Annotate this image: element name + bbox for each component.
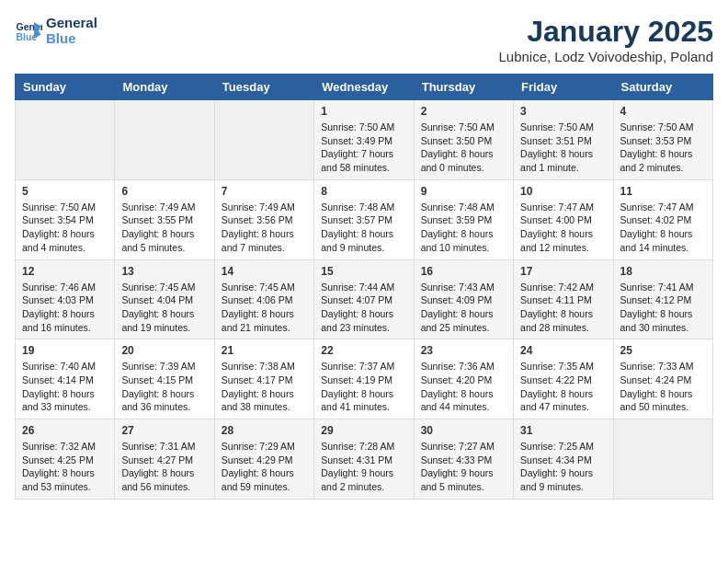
calendar-cell: 6Sunrise: 7:49 AM Sunset: 3:55 PM Daylig… [115,179,214,259]
weekday-header-saturday: Saturday [613,75,712,100]
day-number: 27 [121,424,207,437]
calendar-cell: 22Sunrise: 7:37 AM Sunset: 4:19 PM Dayli… [314,339,414,419]
day-number: 25 [620,344,706,357]
calendar-cell: 30Sunrise: 7:27 AM Sunset: 4:33 PM Dayli… [414,419,513,500]
day-number: 20 [121,344,207,357]
day-number: 7 [222,185,307,198]
weekday-header-thursday: Thursday [414,75,513,100]
day-info: Sunrise: 7:31 AM Sunset: 4:27 PM Dayligh… [121,440,207,494]
title-area: January 2025 Lubnice, Lodz Voivodeship, … [498,15,713,64]
day-info: Sunrise: 7:33 AM Sunset: 4:24 PM Dayligh… [620,360,706,414]
day-number: 17 [520,265,606,278]
day-number: 8 [321,185,406,198]
day-info: Sunrise: 7:50 AM Sunset: 3:51 PM Dayligh… [520,121,606,175]
day-number: 22 [321,344,406,357]
calendar-week-3: 12Sunrise: 7:46 AM Sunset: 4:03 PM Dayli… [16,259,713,339]
day-number: 19 [22,344,108,357]
page-header: General Blue General Blue January 2025 L… [15,15,713,64]
calendar-cell: 19Sunrise: 7:40 AM Sunset: 4:14 PM Dayli… [16,339,115,419]
day-info: Sunrise: 7:25 AM Sunset: 4:34 PM Dayligh… [520,440,606,494]
calendar-cell: 9Sunrise: 7:48 AM Sunset: 3:59 PM Daylig… [414,179,513,259]
calendar-cell: 21Sunrise: 7:38 AM Sunset: 4:17 PM Dayli… [214,339,313,419]
weekday-header-friday: Friday [514,75,613,100]
weekday-header-wednesday: Wednesday [314,75,414,100]
day-number: 12 [22,265,108,278]
calendar-cell: 4Sunrise: 7:50 AM Sunset: 3:53 PM Daylig… [613,100,712,180]
calendar-cell: 12Sunrise: 7:46 AM Sunset: 4:03 PM Dayli… [16,259,115,339]
calendar-table: SundayMondayTuesdayWednesdayThursdayFrid… [15,74,713,500]
day-info: Sunrise: 7:48 AM Sunset: 3:59 PM Dayligh… [421,201,506,255]
calendar-cell [16,100,115,180]
weekday-header-sunday: Sunday [16,75,115,100]
calendar-cell: 5Sunrise: 7:50 AM Sunset: 3:54 PM Daylig… [16,179,115,259]
day-info: Sunrise: 7:50 AM Sunset: 3:54 PM Dayligh… [22,201,108,255]
day-info: Sunrise: 7:42 AM Sunset: 4:11 PM Dayligh… [520,281,606,335]
day-number: 5 [22,185,108,198]
calendar-cell: 14Sunrise: 7:45 AM Sunset: 4:06 PM Dayli… [214,259,313,339]
calendar-cell: 29Sunrise: 7:28 AM Sunset: 4:31 PM Dayli… [314,419,414,500]
calendar-subtitle: Lubnice, Lodz Voivodeship, Poland [498,49,713,64]
day-info: Sunrise: 7:43 AM Sunset: 4:09 PM Dayligh… [421,281,506,335]
calendar-cell: 2Sunrise: 7:50 AM Sunset: 3:50 PM Daylig… [414,100,513,180]
day-info: Sunrise: 7:36 AM Sunset: 4:20 PM Dayligh… [421,360,506,414]
day-number: 4 [620,105,706,118]
calendar-week-1: 1Sunrise: 7:50 AM Sunset: 3:49 PM Daylig… [16,100,713,180]
logo-blue: Blue [46,30,97,46]
day-number: 13 [121,265,207,278]
day-info: Sunrise: 7:32 AM Sunset: 4:25 PM Dayligh… [22,440,108,494]
day-number: 24 [520,344,606,357]
day-number: 9 [421,185,506,198]
calendar-week-2: 5Sunrise: 7:50 AM Sunset: 3:54 PM Daylig… [16,179,713,259]
calendar-cell [115,100,214,180]
calendar-cell: 15Sunrise: 7:44 AM Sunset: 4:07 PM Dayli… [314,259,414,339]
day-info: Sunrise: 7:48 AM Sunset: 3:57 PM Dayligh… [321,201,406,255]
day-number: 6 [121,185,207,198]
calendar-cell: 17Sunrise: 7:42 AM Sunset: 4:11 PM Dayli… [514,259,613,339]
calendar-cell: 31Sunrise: 7:25 AM Sunset: 4:34 PM Dayli… [514,419,613,500]
calendar-cell: 10Sunrise: 7:47 AM Sunset: 4:00 PM Dayli… [514,179,613,259]
day-info: Sunrise: 7:50 AM Sunset: 3:50 PM Dayligh… [421,121,506,175]
day-info: Sunrise: 7:35 AM Sunset: 4:22 PM Dayligh… [520,360,606,414]
day-info: Sunrise: 7:44 AM Sunset: 4:07 PM Dayligh… [321,281,406,335]
day-number: 3 [520,105,606,118]
weekday-header-monday: Monday [115,75,214,100]
day-info: Sunrise: 7:40 AM Sunset: 4:14 PM Dayligh… [22,360,108,414]
calendar-title: January 2025 [498,15,713,49]
day-info: Sunrise: 7:27 AM Sunset: 4:33 PM Dayligh… [421,440,506,494]
day-info: Sunrise: 7:39 AM Sunset: 4:15 PM Dayligh… [121,360,207,414]
day-info: Sunrise: 7:49 AM Sunset: 3:55 PM Dayligh… [121,201,207,255]
day-info: Sunrise: 7:41 AM Sunset: 4:12 PM Dayligh… [620,281,706,335]
logo: General Blue General Blue [15,15,97,46]
day-number: 16 [421,265,506,278]
calendar-cell: 1Sunrise: 7:50 AM Sunset: 3:49 PM Daylig… [314,100,414,180]
day-info: Sunrise: 7:45 AM Sunset: 4:04 PM Dayligh… [121,281,207,335]
day-number: 11 [620,185,706,198]
day-info: Sunrise: 7:46 AM Sunset: 4:03 PM Dayligh… [22,281,108,335]
day-number: 1 [321,105,406,118]
day-info: Sunrise: 7:47 AM Sunset: 4:02 PM Dayligh… [620,201,706,255]
calendar-cell: 13Sunrise: 7:45 AM Sunset: 4:04 PM Dayli… [115,259,214,339]
day-info: Sunrise: 7:28 AM Sunset: 4:31 PM Dayligh… [321,440,406,494]
day-info: Sunrise: 7:47 AM Sunset: 4:00 PM Dayligh… [520,201,606,255]
weekday-header-tuesday: Tuesday [214,75,313,100]
calendar-cell: 23Sunrise: 7:36 AM Sunset: 4:20 PM Dayli… [414,339,513,419]
day-info: Sunrise: 7:45 AM Sunset: 4:06 PM Dayligh… [222,281,307,335]
day-info: Sunrise: 7:50 AM Sunset: 3:49 PM Dayligh… [321,121,406,175]
calendar-cell: 18Sunrise: 7:41 AM Sunset: 4:12 PM Dayli… [613,259,712,339]
day-number: 21 [222,344,307,357]
calendar-cell: 8Sunrise: 7:48 AM Sunset: 3:57 PM Daylig… [314,179,414,259]
day-number: 2 [421,105,506,118]
calendar-cell: 16Sunrise: 7:43 AM Sunset: 4:09 PM Dayli… [414,259,513,339]
day-number: 23 [421,344,506,357]
calendar-cell: 20Sunrise: 7:39 AM Sunset: 4:15 PM Dayli… [115,339,214,419]
day-number: 10 [520,185,606,198]
calendar-week-4: 19Sunrise: 7:40 AM Sunset: 4:14 PM Dayli… [16,339,713,419]
day-number: 14 [222,265,307,278]
calendar-cell [214,100,313,180]
svg-text:Blue: Blue [17,31,38,42]
day-info: Sunrise: 7:37 AM Sunset: 4:19 PM Dayligh… [321,360,406,414]
day-number: 18 [620,265,706,278]
day-number: 29 [321,424,406,437]
calendar-cell: 25Sunrise: 7:33 AM Sunset: 4:24 PM Dayli… [613,339,712,419]
calendar-cell: 27Sunrise: 7:31 AM Sunset: 4:27 PM Dayli… [115,419,214,500]
